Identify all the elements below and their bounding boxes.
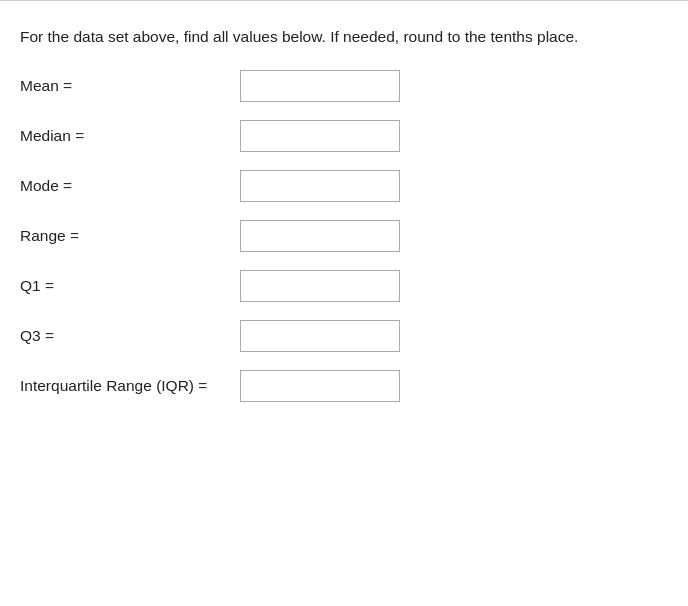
page-container: For the data set above, find all values … <box>0 0 688 444</box>
label-range: Range = <box>20 227 240 245</box>
input-mode[interactable] <box>240 170 400 202</box>
fields-container: Mean =Median =Mode =Range =Q1 =Q3 =Inter… <box>20 70 668 402</box>
label-mode: Mode = <box>20 177 240 195</box>
label-mean: Mean = <box>20 77 240 95</box>
input-range[interactable] <box>240 220 400 252</box>
input-mean[interactable] <box>240 70 400 102</box>
field-row-range: Range = <box>20 220 668 252</box>
field-row-q1: Q1 = <box>20 270 668 302</box>
input-q3[interactable] <box>240 320 400 352</box>
field-row-iqr: Interquartile Range (IQR) = <box>20 370 668 402</box>
input-q1[interactable] <box>240 270 400 302</box>
input-iqr[interactable] <box>240 370 400 402</box>
field-row-mean: Mean = <box>20 70 668 102</box>
label-median: Median = <box>20 127 240 145</box>
field-row-median: Median = <box>20 120 668 152</box>
label-q1: Q1 = <box>20 277 240 295</box>
field-row-mode: Mode = <box>20 170 668 202</box>
input-median[interactable] <box>240 120 400 152</box>
instructions-text: For the data set above, find all values … <box>20 25 668 48</box>
label-iqr: Interquartile Range (IQR) = <box>20 377 240 395</box>
label-q3: Q3 = <box>20 327 240 345</box>
field-row-q3: Q3 = <box>20 320 668 352</box>
